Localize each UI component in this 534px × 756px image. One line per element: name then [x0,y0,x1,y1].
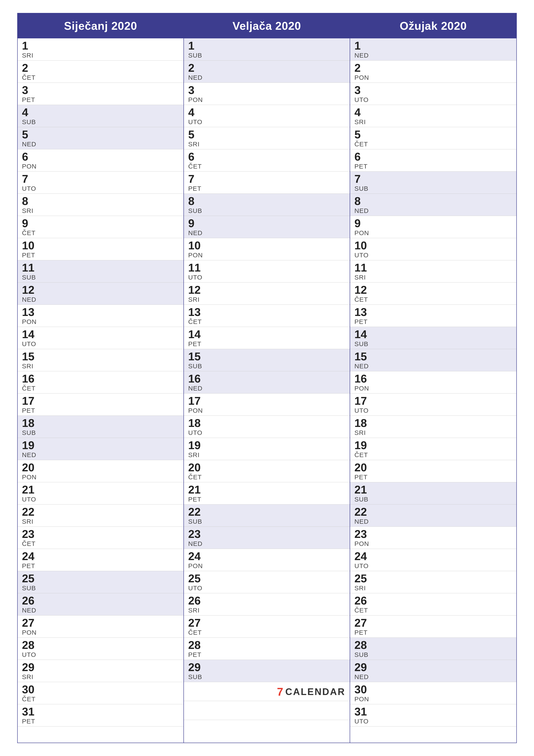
day-row: 16PON [350,371,516,393]
day-row: 25SRI [350,571,516,593]
day-row: 26NED [18,593,184,615]
day-row: 11UTO [184,260,350,283]
day-name: ČET [188,318,345,325]
day-name: SRI [22,673,179,681]
day-number: 27 [354,617,512,629]
day-number: 9 [188,218,345,229]
day-row: 12SRI [184,283,350,305]
day-number: 27 [188,617,345,629]
day-row: 4SUB [18,105,184,127]
day-row: 14PET [184,327,350,349]
day-row: 6ČET [184,149,350,172]
day-name: ČET [22,74,179,81]
day-number: 6 [22,151,179,162]
day-number: 18 [354,418,512,429]
day-number: 22 [188,506,345,517]
day-row: 8SRI [18,194,184,216]
day-number: 12 [22,284,179,295]
day-number: 17 [354,395,512,406]
day-number: 17 [188,395,345,406]
day-number: 2 [354,62,512,73]
day-row: 29SRI [18,660,184,682]
day-number: 24 [354,551,512,562]
day-row: 3PON [184,83,350,105]
day-name: NED [188,229,345,237]
day-name: UTO [354,252,512,259]
day-row: 23ČET [18,527,184,549]
day-number: 16 [354,373,512,384]
day-name: SUB [354,651,512,659]
day-number: 11 [354,262,512,273]
day-number: 3 [188,85,345,96]
day-number: 1 [22,40,179,51]
day-number: 31 [22,706,179,717]
day-name: SUB [188,673,345,681]
day-number: 11 [188,262,345,273]
day-name: SRI [22,52,179,59]
day-number: 30 [22,684,179,695]
day-name: NED [354,518,512,525]
day-row: 4SRI [350,105,516,127]
day-name: PON [22,473,179,481]
day-number: 18 [188,418,345,429]
day-row: 20ČET [184,460,350,482]
day-row: 5SRI [184,127,350,149]
calendar-logo-text: CALENDAR [285,687,345,697]
day-name: SRI [354,118,512,126]
day-row: 24UTO [350,549,516,571]
day-number: 19 [22,440,179,451]
day-name: ČET [354,296,512,303]
day-name: UTO [22,496,179,503]
day-row: 13PON [18,305,184,327]
day-number: 4 [22,107,179,118]
day-row: 25SUB [18,571,184,593]
day-row: 18UTO [184,416,350,438]
day-number: 25 [354,573,512,584]
day-number: 29 [22,662,179,673]
day-name: SUB [354,185,512,192]
day-name: NED [22,607,179,614]
day-row: 10UTO [350,238,516,260]
day-number: 23 [354,528,512,540]
day-name: PON [22,318,179,325]
day-name: ČET [188,163,345,170]
day-name: SRI [188,296,345,303]
day-number: 26 [22,595,179,606]
day-row: 13PET [350,305,516,327]
day-row: 10PON [184,238,350,260]
day-row: 6PON [18,149,184,172]
day-number: 14 [188,329,345,340]
day-number: 1 [354,40,512,51]
month-col-2: Veljača 20201SUB2NED3PON4UTO5SRI6ČET7PET… [184,14,350,742]
day-number: 9 [354,218,512,229]
day-name: NED [22,141,179,148]
day-row: 16NED [184,371,350,393]
day-number: 7 [22,173,179,184]
day-number: 16 [22,373,179,384]
day-row: 22SUB [184,504,350,527]
page: Siječanj 20201SRI2ČET3PET4SUB5NED6PON7UT… [0,0,534,756]
day-row: 12ČET [350,283,516,305]
day-name: PON [354,229,512,237]
day-name: ČET [22,229,179,237]
day-name: UTO [354,96,512,103]
day-number: 28 [354,639,512,651]
day-row: 31PET [18,704,184,726]
day-name: NED [188,74,345,81]
day-row: 28UTO [18,638,184,660]
day-number: 13 [354,307,512,318]
day-name: PET [354,473,512,481]
day-number: 10 [354,240,512,251]
day-name: PET [22,96,179,103]
day-row: 25UTO [184,571,350,593]
day-row: 1SRI [18,39,184,61]
day-name: ČET [354,141,512,148]
day-row: 29NED [350,660,516,682]
day-row: 15SUB [184,349,350,371]
day-name: SRI [354,429,512,436]
day-row: 19NED [18,438,184,460]
day-name: SUB [188,207,345,214]
calendar-grid: Siječanj 20201SRI2ČET3PET4SUB5NED6PON7UT… [17,13,517,743]
calendar-logo-icon: 7 [277,685,283,698]
day-name: PET [354,629,512,636]
